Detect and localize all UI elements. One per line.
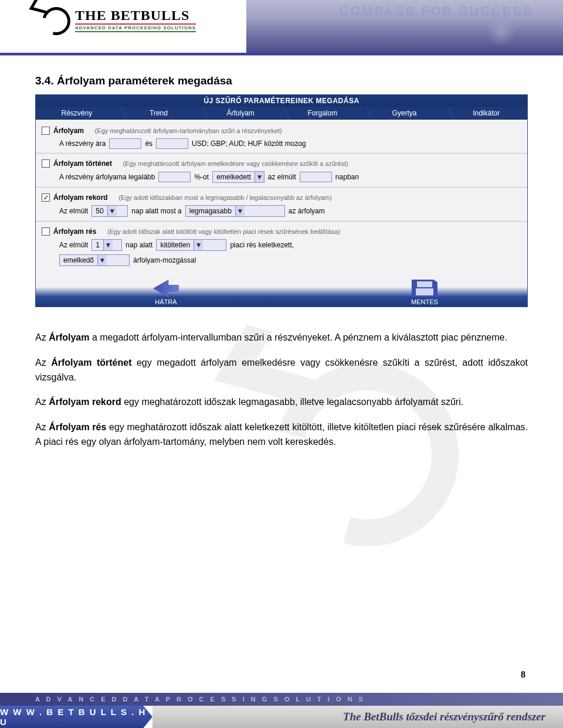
page-footer: A D V A N C E D D A T A P R O C E S S I … (0, 693, 563, 728)
checkbox-arfolyam-rekord[interactable]: ✓ (42, 193, 50, 202)
tab-gyertya[interactable]: Gyertya (364, 107, 446, 119)
star-icon (487, 18, 516, 47)
panel-footer: HÁTRA MENTÉS (36, 274, 527, 307)
grp2-mid: az elmúlt (268, 173, 296, 181)
tab-reszveny[interactable]: Részvény (36, 107, 118, 119)
input-days-2[interactable] (300, 172, 332, 182)
grp3-post: az árfolyam (289, 207, 325, 215)
brand-name: THE BETBULLS (75, 8, 196, 23)
filter-panel: ÚJ SZŰRŐ PARAMÉTEREINEK MEGADÁSA Részvén… (35, 94, 528, 307)
grp3-label: Árfolyam rekord (53, 193, 108, 202)
panel-title: ÚJ SZŰRŐ PARAMÉTEREINEK MEGADÁSA (36, 95, 527, 107)
tab-arfolyam[interactable]: Árfolyam (199, 107, 282, 119)
grp4-label: Árfolyam rés (53, 227, 96, 236)
grp1-hint: (Egy meghatározott árfolyam-tartományban… (95, 127, 282, 134)
select-days-4-value: 1 (92, 241, 103, 249)
save-label: MENTÉS (411, 298, 438, 305)
select-gap-type-value: kitöltetlen (157, 241, 194, 249)
chevron-down-icon: ▼ (97, 255, 107, 266)
select-direction-value: emelkedett (213, 173, 255, 181)
select-extreme[interactable]: legmagasabb ▼ (185, 205, 285, 217)
grp1-post: USD; GBP; AUD; HUF között mozog (192, 140, 306, 148)
chevron-down-icon: ▼ (107, 206, 117, 216)
grp2-pct: %-ot (194, 173, 209, 181)
bull-icon (35, 2, 68, 38)
checkbox-arfolyam-res[interactable] (42, 227, 50, 236)
tab-indikator[interactable]: Indikátor (445, 107, 527, 119)
back-arrow-icon (153, 280, 179, 297)
grp2-post: napban (335, 173, 359, 181)
select-days-3[interactable]: 50 ▼ (91, 205, 128, 217)
input-pct[interactable] (158, 172, 191, 182)
footer-strip: A D V A N C E D D A T A P R O C E S S I … (0, 693, 563, 706)
brand-subtitle: ADVANCED DATA PROCESSING SOLUTIONS (75, 23, 196, 32)
save-button[interactable]: MENTÉS (411, 280, 438, 305)
grp2-pre: A részvény árfolyama legalább (59, 173, 155, 181)
checkbox-arfolyam-tortenet[interactable] (42, 159, 50, 168)
grp3-mid: nap alatt most a (131, 207, 181, 215)
grp3-pre: Az elmúlt (59, 207, 88, 215)
select-gap-type[interactable]: kitöltetlen ▼ (156, 239, 226, 251)
description: Az Árfolyam a megadott árfolyam-interval… (35, 331, 528, 450)
input-price-from[interactable] (109, 138, 141, 149)
footer-url: W W W . B E T B U L L S . H U (0, 706, 152, 728)
grp4-hint: (Egy adott időszak alatt kitöltött vagy … (107, 228, 340, 235)
grp1-pre: A részvény ára (59, 140, 106, 148)
grp4-pre: Az elmúlt (59, 241, 88, 249)
tab-trend[interactable]: Trend (118, 107, 200, 119)
select-extreme-value: legmagasabb (186, 207, 235, 215)
footer-title: The BetBulls tőzsdei részvényszűrő rends… (152, 706, 563, 728)
select-gap-move[interactable]: emelkedő ▼ (59, 254, 130, 266)
grp4-post2: árfolyam-mozgással (133, 256, 196, 264)
select-direction[interactable]: emelkedett ▼ (212, 171, 264, 183)
select-days-3-value: 50 (92, 207, 107, 215)
grp3-hint: (Egy adott időszakban most a legmagasabb… (118, 194, 331, 201)
select-gap-move-value: emelkedő (60, 256, 97, 264)
input-price-to[interactable] (156, 138, 188, 149)
grp1-label: Árfolyam (53, 127, 84, 135)
grp2-label: Árfolyam történet (53, 159, 112, 168)
back-label: HÁTRA (153, 298, 179, 305)
back-button[interactable]: HÁTRA (153, 280, 179, 305)
chevron-down-icon: ▼ (103, 240, 113, 250)
logo: THE BETBULLS ADVANCED DATA PROCESSING SO… (35, 2, 196, 38)
tab-forgalom[interactable]: Forgalom (282, 107, 364, 119)
save-disk-icon (412, 280, 437, 297)
grp4-mid: nap alatt (126, 241, 152, 249)
top-banner: COMPASS FOR SUCCESS THE BETBULLS ADVANCE… (0, 0, 563, 53)
grp4-post: piaci rés keletkezett, (230, 241, 294, 249)
chevron-down-icon: ▼ (235, 206, 245, 216)
chevron-down-icon: ▼ (194, 240, 203, 250)
checkbox-arfolyam[interactable] (42, 127, 50, 135)
ghost-compass-text: COMPASS FOR SUCCESS (339, 4, 534, 19)
select-days-4[interactable]: 1 ▼ (91, 239, 122, 251)
page-number: 8 (521, 669, 525, 680)
grp1-mid: és (145, 140, 152, 148)
tab-bar: Részvény Trend Árfolyam Forgalom Gyertya… (36, 107, 527, 120)
grp2-hint: (Egy meghatározott árfolyam emelkedésre … (123, 160, 348, 167)
chevron-down-icon: ▼ (255, 172, 264, 182)
section-title: 3.4. Árfolyam paraméterek megadása (35, 74, 528, 87)
